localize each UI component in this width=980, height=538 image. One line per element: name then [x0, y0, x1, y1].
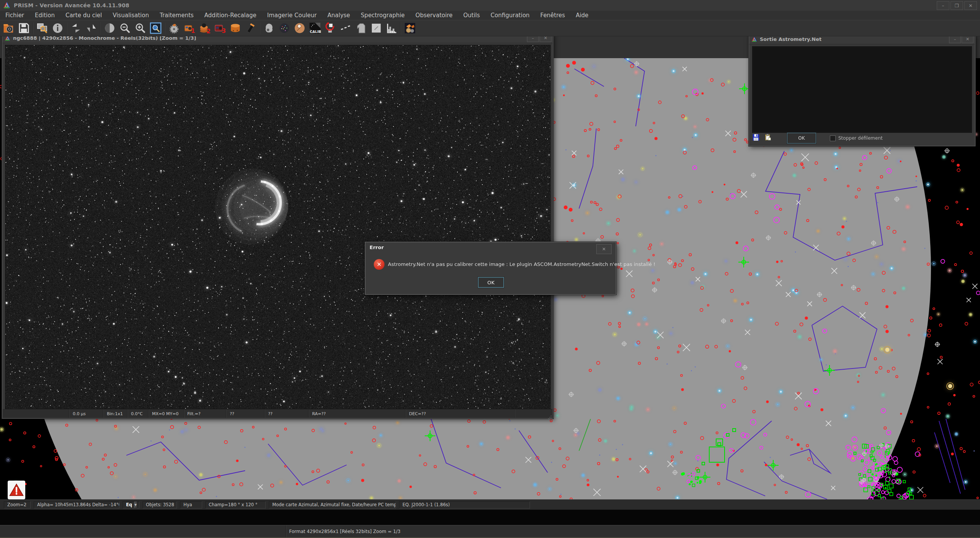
toolbar-separator [66, 22, 67, 34]
minimize-button[interactable]: – [949, 35, 961, 43]
focuser-2-button[interactable]: 2 [197, 21, 212, 36]
close-icon[interactable]: ✕ [596, 244, 612, 254]
save-button[interactable] [16, 21, 31, 36]
sortie-ok-button[interactable]: OK [787, 133, 816, 143]
measure-icon [340, 22, 352, 34]
menu-addition-recalage[interactable]: Addition-Recalage [199, 11, 262, 20]
menu-imagerie-couleur[interactable]: Imagerie Couleur [262, 11, 322, 20]
image-status-cell: MX=0 MY=0 [148, 409, 183, 418]
menu-analyse[interactable]: Analyse [322, 11, 355, 20]
pan-icon [355, 22, 367, 34]
save-icon [18, 22, 30, 34]
save-output-icon[interactable] [752, 134, 760, 143]
minimize-button[interactable]: – [937, 1, 949, 10]
menu-configuration[interactable]: Configuration [485, 11, 535, 20]
derotate-button[interactable] [322, 21, 338, 36]
flat-field-button[interactable] [368, 21, 384, 36]
stop-scroll-checkbox[interactable] [830, 135, 836, 141]
contrast-icon [104, 22, 116, 34]
tools-button[interactable] [292, 21, 307, 36]
resize-grip[interactable] [548, 413, 552, 417]
zoom-in-icon [134, 22, 146, 34]
zoom-out-icon [119, 22, 131, 34]
chevron-down-icon[interactable]: ▼ [134, 502, 137, 508]
sortie-output-area[interactable] [752, 46, 972, 133]
zoom-out-button[interactable] [117, 21, 133, 36]
image-status-cell: Bin:1x1 [103, 409, 127, 418]
flashlight-icon [245, 22, 257, 34]
menu-edition[interactable]: Edition [29, 11, 60, 20]
svg-text:3: 3 [222, 28, 226, 34]
image-search-button[interactable] [34, 21, 50, 36]
flip-horizontal-icon [85, 22, 97, 34]
close-button[interactable]: ✕ [962, 35, 973, 43]
pan-button[interactable] [353, 21, 368, 36]
coordinate-system-dropdown[interactable]: Eq▼ [123, 501, 139, 509]
menu-fichier[interactable]: Fichier [0, 11, 29, 20]
filter-wheel-icon [229, 22, 241, 34]
menu-observatoire[interactable]: Observatoire [410, 11, 458, 20]
calibration-button[interactable]: CALIB [307, 21, 322, 36]
open-image-button[interactable] [1, 21, 16, 36]
svg-text:2: 2 [206, 28, 211, 34]
statusbar-empty-cell [0, 525, 286, 537]
warning-icon[interactable] [8, 481, 25, 499]
histogram-button[interactable] [384, 21, 399, 36]
ngc6888-image-canvas[interactable] [5, 45, 551, 409]
chart-status-cell: Champ=180 ° x 120 ° [205, 501, 266, 509]
flip-vertical-button[interactable] [68, 21, 83, 36]
menu-fen-tres[interactable]: Fenêtres [535, 11, 571, 20]
error-ok-button[interactable]: OK [478, 277, 504, 288]
mask-button[interactable] [261, 21, 276, 36]
chart-status-cell: Mode carte Azimutal, Azimutal fixe, Date… [269, 501, 396, 509]
flat-field-icon [370, 22, 382, 34]
flashlight-button[interactable] [243, 21, 258, 36]
image-status-cell: RA=?? [308, 409, 405, 418]
app-titlebar[interactable]: PRISM - Version Avancée 10.4.11.908 – ❐ … [0, 0, 980, 11]
mask-icon [263, 22, 275, 34]
toolbar: 123CALIB [0, 20, 980, 36]
star-sphere-button[interactable] [276, 21, 292, 36]
chart-status-cell: Alpha= 10h45m13.864s Delta= -14°06'55.62… [34, 501, 119, 509]
restore-button[interactable]: ❐ [951, 1, 963, 10]
format-status-text: Format 4290x2856x1 [Réels 32bits] Zoom =… [286, 529, 401, 534]
menu-visualisation[interactable]: Visualisation [107, 11, 154, 20]
automation-icon [404, 22, 416, 34]
menu-spectrographie[interactable]: Spectrographie [355, 11, 410, 20]
flip-vertical-icon [70, 22, 82, 34]
close-button[interactable]: ✕ [964, 1, 977, 10]
gear-button[interactable] [166, 21, 182, 36]
chart-statusbar: Zoom=2Alpha= 10h45m13.864s Delta= -14°06… [0, 499, 980, 510]
filter-wheel-button[interactable] [227, 21, 243, 36]
automation-button[interactable] [402, 21, 417, 36]
error-icon: ✕ [374, 259, 384, 270]
copy-clipboard-icon[interactable] [764, 134, 772, 143]
info-button[interactable] [50, 21, 65, 36]
info-icon [52, 22, 64, 34]
camera-3-button[interactable]: 3 [212, 21, 227, 36]
toolbar-separator [164, 22, 165, 34]
menu-carte-du-ciel[interactable]: Carte du ciel [60, 11, 107, 20]
menu-outils[interactable]: Outils [458, 11, 485, 20]
background-band [0, 510, 980, 525]
error-message: Astrometry.Net n'a pas pu calibrer cette… [388, 261, 655, 267]
chart-status-cell: EQ. J2000-1-1 (1.86s) [399, 501, 530, 509]
toolbar-separator [33, 22, 33, 34]
menu-aide[interactable]: Aide [570, 11, 594, 20]
star-sphere-icon [278, 22, 290, 34]
preview-button[interactable] [148, 21, 163, 36]
menu-traitements[interactable]: Traitements [154, 11, 199, 20]
prism-logo-icon [3, 2, 10, 9]
focuser-2-icon: 2 [199, 22, 211, 34]
menubar: FichierEditionCarte du cielVisualisation… [0, 11, 980, 20]
sortie-window-title: Sortie Astrometry.Net [760, 36, 821, 42]
contrast-button[interactable] [102, 21, 117, 36]
camera-1-button[interactable]: 1 [182, 21, 197, 36]
toolbar-separator [400, 22, 401, 34]
toolbar-separator [259, 22, 260, 34]
calibration-icon: CALIB [309, 22, 321, 34]
measure-button[interactable] [338, 21, 353, 36]
stop-scroll-label: Stopper défilement [838, 135, 883, 141]
zoom-in-button[interactable] [133, 21, 148, 36]
flip-horizontal-button[interactable] [83, 21, 99, 36]
